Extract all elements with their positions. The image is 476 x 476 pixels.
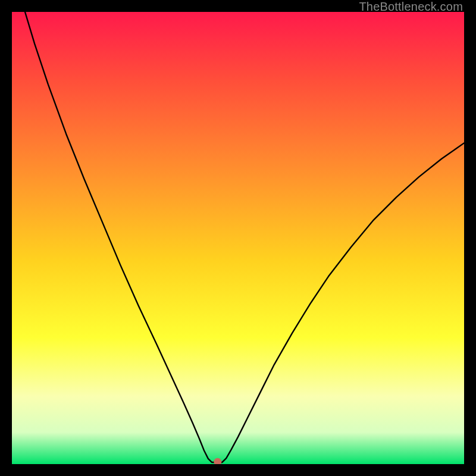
- bottleneck-chart: [12, 12, 464, 464]
- chart-background: [12, 12, 464, 464]
- watermark-text: TheBottleneck.com: [359, 0, 463, 14]
- chart-frame: [12, 12, 464, 464]
